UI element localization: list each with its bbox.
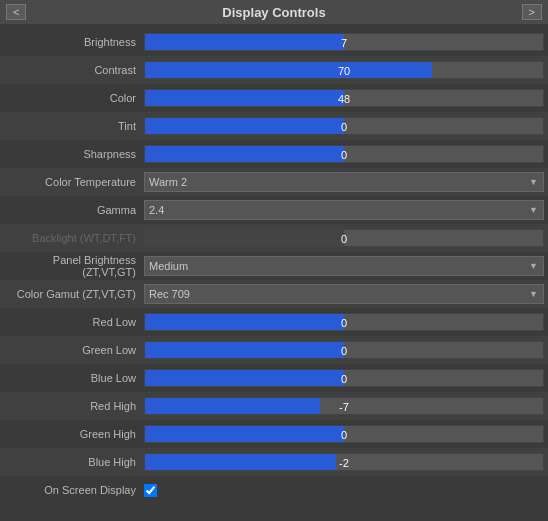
slider-row: Blue High-2 — [0, 448, 548, 476]
slider-fill — [145, 146, 344, 162]
slider-fill — [145, 342, 344, 358]
slider-track: 48 — [144, 89, 544, 107]
slider-fill — [145, 370, 344, 386]
osd-checkbox[interactable] — [144, 484, 157, 497]
slider-area[interactable]: 0 — [144, 313, 544, 331]
slider-fill — [145, 62, 432, 78]
slider-area[interactable]: 0 — [144, 145, 544, 163]
dropdown-row: Panel Brightness (ZT,VT,GT)LowMediumHigh — [0, 252, 548, 280]
slider-track: 0 — [144, 313, 544, 331]
prev-button[interactable]: < — [6, 4, 26, 20]
slider-row: Color48 — [0, 84, 548, 112]
slider-track: 7 — [144, 33, 544, 51]
dropdown-select[interactable]: CoolNormalWarm 1Warm 2Custom — [144, 172, 544, 192]
slider-label: Green Low — [4, 344, 144, 356]
slider-fill — [145, 90, 344, 106]
slider-label: Red High — [4, 400, 144, 412]
slider-fill — [145, 230, 344, 246]
slider-track: -2 — [144, 453, 544, 471]
slider-area[interactable]: 7 — [144, 33, 544, 51]
slider-fill — [145, 314, 344, 330]
slider-row: Green High0 — [0, 420, 548, 448]
slider-row: Red Low0 — [0, 308, 548, 336]
slider-fill — [145, 118, 344, 134]
dropdown-area[interactable]: CoolNormalWarm 1Warm 2Custom — [144, 172, 544, 192]
next-button[interactable]: > — [522, 4, 542, 20]
slider-label: Contrast — [4, 64, 144, 76]
slider-label: Brightness — [4, 36, 144, 48]
dropdown-label: Color Temperature — [4, 176, 144, 188]
slider-label: Color — [4, 92, 144, 104]
slider-row: Green Low0 — [0, 336, 548, 364]
slider-track: 0 — [144, 341, 544, 359]
slider-area[interactable]: -7 — [144, 397, 544, 415]
slider-track: 0 — [144, 117, 544, 135]
title-bar: < Display Controls > — [0, 0, 548, 24]
slider-label: Green High — [4, 428, 144, 440]
slider-area[interactable]: 0 — [144, 117, 544, 135]
slider-fill — [145, 398, 320, 414]
slider-area[interactable]: 0 — [144, 341, 544, 359]
slider-track: 0 — [144, 369, 544, 387]
dropdown-area[interactable]: NativeRec 709DCI P3sRGB — [144, 284, 544, 304]
dropdown-row: Color Gamut (ZT,VT,GT)NativeRec 709DCI P… — [0, 280, 548, 308]
slider-track: 0 — [144, 145, 544, 163]
slider-row: Brightness7 — [0, 28, 548, 56]
slider-track: 0 — [144, 229, 544, 247]
slider-row: Contrast70 — [0, 56, 548, 84]
slider-label: Tint — [4, 120, 144, 132]
slider-row: Sharpness0 — [0, 140, 548, 168]
slider-area[interactable]: -2 — [144, 453, 544, 471]
window-title: Display Controls — [222, 5, 325, 20]
slider-label: Red Low — [4, 316, 144, 328]
slider-label: Blue High — [4, 456, 144, 468]
slider-area[interactable]: 0 — [144, 229, 544, 247]
dropdown-row: Color TemperatureCoolNormalWarm 1Warm 2C… — [0, 168, 548, 196]
slider-track: 0 — [144, 425, 544, 443]
dropdown-label: Panel Brightness (ZT,VT,GT) — [4, 254, 144, 278]
dropdown-label: Color Gamut (ZT,VT,GT) — [4, 288, 144, 300]
slider-track: 70 — [144, 61, 544, 79]
slider-area[interactable]: 70 — [144, 61, 544, 79]
slider-track: -7 — [144, 397, 544, 415]
slider-row: Blue Low0 — [0, 364, 548, 392]
osd-checkbox-area[interactable] — [144, 484, 157, 497]
slider-fill — [145, 34, 344, 50]
slider-row: Tint0 — [0, 112, 548, 140]
slider-label: Backlight (WT,DT,FT) — [4, 232, 144, 244]
dropdown-label: Gamma — [4, 204, 144, 216]
slider-area[interactable]: 48 — [144, 89, 544, 107]
dropdown-select[interactable]: 1.82.02.22.4BT.1886 — [144, 200, 544, 220]
controls-container: Brightness7Contrast70Color48Tint0Sharpne… — [0, 24, 548, 508]
osd-label: On Screen Display — [4, 484, 144, 496]
slider-fill — [145, 454, 336, 470]
slider-area[interactable]: 0 — [144, 425, 544, 443]
slider-label: Blue Low — [4, 372, 144, 384]
slider-fill — [145, 426, 344, 442]
dropdown-area[interactable]: LowMediumHigh — [144, 256, 544, 276]
slider-row: Backlight (WT,DT,FT)0 — [0, 224, 548, 252]
dropdown-row: Gamma1.82.02.22.4BT.1886 — [0, 196, 548, 224]
dropdown-select[interactable]: NativeRec 709DCI P3sRGB — [144, 284, 544, 304]
slider-area[interactable]: 0 — [144, 369, 544, 387]
slider-row: Red High-7 — [0, 392, 548, 420]
slider-label: Sharpness — [4, 148, 144, 160]
osd-row: On Screen Display — [0, 476, 548, 504]
dropdown-select[interactable]: LowMediumHigh — [144, 256, 544, 276]
dropdown-area[interactable]: 1.82.02.22.4BT.1886 — [144, 200, 544, 220]
